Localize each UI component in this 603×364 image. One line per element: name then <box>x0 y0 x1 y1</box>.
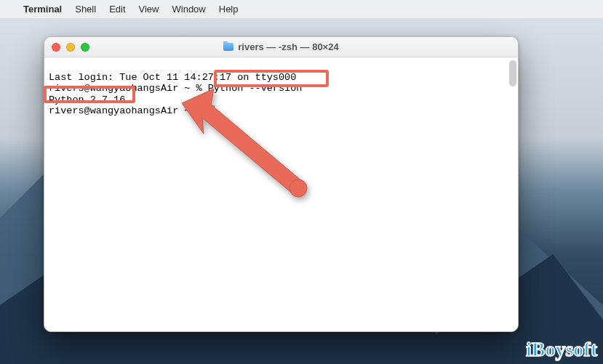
scrollbar-thumb[interactable] <box>509 60 516 86</box>
cursor-icon <box>209 105 215 116</box>
folder-icon <box>223 43 233 51</box>
menubar-item-help[interactable]: Help <box>219 4 239 15</box>
menubar-item-window[interactable]: Window <box>172 4 206 15</box>
close-icon[interactable] <box>52 43 60 52</box>
prompt-line-1: rivers@wangyaohangsAir ~ % Python --vers… <box>49 83 302 94</box>
menubar-item-shell[interactable]: Shell <box>75 4 96 15</box>
minimize-icon[interactable] <box>66 43 75 52</box>
watermark-logo: iBoysoft <box>526 338 597 361</box>
window-title-text: rivers — -zsh — 80×24 <box>238 41 338 52</box>
zoom-icon[interactable] <box>81 43 89 52</box>
typed-command: Python --version <box>208 83 303 94</box>
last-login-line: Last login: Tue Oct 11 14:27:17 on ttys0… <box>49 72 296 83</box>
command-output: Python 2.7.16 <box>49 94 125 105</box>
menubar-item-edit[interactable]: Edit <box>109 4 125 15</box>
prompt-line-2: rivers@wangyaohangsAir ~ % <box>49 105 215 116</box>
window-titlebar[interactable]: rivers — -zsh — 80×24 <box>44 37 518 57</box>
window-title: rivers — -zsh — 80×24 <box>44 41 518 52</box>
terminal-content[interactable]: Last login: Tue Oct 11 14:27:17 on ttys0… <box>44 57 518 331</box>
macos-menubar: Terminal Shell Edit View Window Help <box>0 0 603 19</box>
traffic-lights <box>52 43 89 52</box>
menubar-app-name[interactable]: Terminal <box>23 4 62 15</box>
terminal-window: rivers — -zsh — 80×24 Last login: Tue Oc… <box>44 36 519 332</box>
menubar-item-view[interactable]: View <box>139 4 159 15</box>
